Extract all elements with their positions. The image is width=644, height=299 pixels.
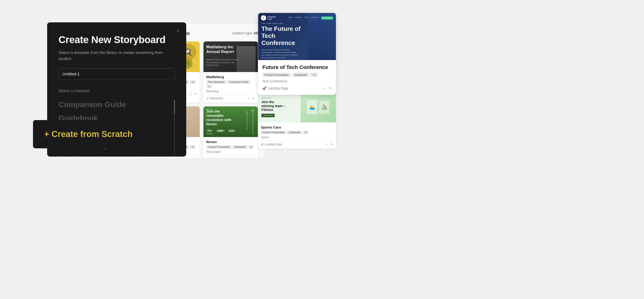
sports-headline: Join the winning team – Fitness. [262, 100, 287, 112]
sports-category: Sports [261, 136, 333, 139]
sports-tag-gb: Guidebook [287, 131, 302, 134]
nav-about: About [288, 16, 292, 19]
usecase-section-label: Select a Usecase [58, 88, 175, 93]
featured-edit-icon[interactable]: ✎ [329, 86, 332, 90]
footer-icons: ○ ✎ [190, 92, 197, 96]
sports-footer-icons: ○ ✎ [326, 142, 333, 146]
sports-page-icon: ⊞ [261, 143, 263, 146]
template-thumb-renev: Renev Join the renewable revolution with… [204, 106, 258, 137]
footer-icons-fashble: ○ ✎ [190, 157, 197, 158]
sports-footer: ⊞ Landing Page ○ ✎ [261, 141, 333, 146]
featured-footer-icons: ○ ✎ [324, 86, 332, 90]
sports-thumb: Sports Caro. Join the winning team – Fit… [258, 92, 336, 122]
featured-category: Tech Conference [262, 79, 332, 83]
tag-tech-newsletter: Tech Newsletter [206, 80, 226, 84]
renev-headline: Join the renewable revolution with Renev [206, 109, 237, 126]
hero-main-title: The Future of Tech Conference [262, 25, 306, 47]
nav-links: About Speakers FAQs Contact Us REGISTER [288, 16, 333, 19]
template-info-renev: Renev Product Presentation Guidebook +2 … [204, 137, 258, 158]
sports-cta: JOIN NOW [262, 114, 274, 117]
template-name-mattleberg: Mattleberg [206, 75, 255, 79]
panel-title: Create New Storyboard [58, 34, 175, 45]
featured-card-footer: 🚀 Landing Page ○ ✎ [262, 86, 332, 90]
sports-preview-icon[interactable]: ○ [326, 142, 328, 146]
edit-icon[interactable]: ✎ [194, 92, 197, 96]
page-type-label-fashble: Landing Page [152, 157, 169, 158]
template-tags-renev: Product Presentation Guidebook +2 [206, 145, 255, 149]
template-footer-matt: ◎ Interactive ○ ✎ [206, 95, 255, 100]
featured-preview-icon[interactable]: ○ [324, 86, 326, 90]
usecase-item-tech[interactable]: Tech Newsletter [58, 152, 172, 157]
template-card-sports-caro[interactable]: Sports Caro. Join the winning team – Fit… [258, 92, 336, 149]
sports-card-tags: Product Presentation Guidebook +2 [261, 131, 333, 134]
hero-subtitle: Join a Unique Groups of Futurists, techn… [262, 48, 299, 59]
tag-gb-renev: Guidebook [232, 145, 247, 149]
preview-icon-matt[interactable]: ○ [248, 96, 250, 100]
page-type-label-matt: Interactive [210, 97, 223, 100]
create-from-scratch-button[interactable]: + Create from Scratch [33, 120, 144, 148]
landing-icon-renev: ⊞ [206, 157, 208, 158]
sports-card-name: Sports Caro [261, 125, 333, 129]
sports-edit-icon[interactable]: ✎ [330, 142, 333, 146]
featured-card-tags: Product Presentation Guidebook +2 [262, 73, 332, 77]
company-logo: C CompanyLogo [261, 15, 276, 20]
template-thumb-mattleberg: Mattleberg IncAnnual Report Against All … [204, 41, 258, 72]
sports-tag-plus: +2 [303, 131, 308, 134]
sports-brand: Sports Caro. [262, 97, 287, 99]
page-type-renev: ⊞ Landing Page [206, 157, 227, 158]
featured-thumb: C CompanyLogo About Speakers FAQs Contac… [258, 13, 336, 60]
sports-tag-pp: Product Presentation [261, 131, 286, 134]
sports-page-type: ⊞ Landing Page [261, 143, 282, 146]
page-type-fashble: ⊞ Landing Page [148, 157, 169, 158]
nav-faqs: FAQs [304, 16, 308, 19]
rocket-icon: 🚀 [262, 86, 266, 90]
template-card-renev[interactable]: Renev Join the renewable revolution with… [204, 106, 258, 158]
footer-icons-matt: ○ ✎ [248, 96, 255, 100]
footer-icons-renev: ○ ✎ [248, 157, 255, 158]
edit-icon-matt[interactable]: ✎ [252, 96, 255, 100]
tag-plus-renev: +2 [248, 145, 254, 149]
sports-card-info: Sports Caro Product Presentation Guidebo… [258, 122, 336, 149]
right-tag-pp: Product Presentation [262, 73, 291, 77]
hero-date: 20th / 22nd October, 2025 [262, 22, 306, 24]
tag-plus-fashble: +2 [190, 145, 196, 149]
right-tag-plus: +2 [310, 73, 318, 77]
template-card-mattleberg[interactable]: Mattleberg IncAnnual Report Against All … [204, 41, 258, 103]
tag-plus-matt: +1 [206, 85, 212, 88]
sports-image-area: 🏊 🚴 [300, 92, 336, 122]
category-matt: Marketing [206, 90, 255, 93]
usecase-item-comparison[interactable]: Comparison Guide [58, 98, 172, 112]
storyboard-name-input[interactable] [58, 68, 175, 80]
create-scratch-label: + Create from Scratch [44, 129, 132, 139]
featured-card-title: Future of Tech Conference [262, 64, 332, 70]
scroll-thumb [174, 100, 175, 114]
landing-icon-fashble: ⊞ [148, 157, 150, 158]
right-tag-gb: Guidebook [292, 73, 309, 77]
scroll-track[interactable] [174, 100, 175, 157]
tag-comparison-guide: Comparison Guide [227, 80, 250, 84]
sports-page-label: Landing Page [264, 143, 282, 146]
edit-icon-fashble[interactable]: ✎ [194, 157, 197, 158]
tag-plus: +2 [190, 80, 196, 84]
panel-subtitle: Select a template from the library or cr… [58, 50, 175, 62]
page-type-label-renev: Landing Page [210, 157, 227, 158]
page-type-matt: ◎ Interactive [206, 97, 223, 100]
edit-icon-renev[interactable]: ✎ [252, 157, 255, 158]
register-button-small[interactable]: REGISTER [321, 16, 333, 19]
featured-template-card[interactable]: C CompanyLogo About Speakers FAQs Contac… [258, 13, 336, 95]
featured-page-type-label: Landing Page [268, 86, 288, 90]
template-info-mattleberg: Mattleberg Tech Newsletter Comparison Gu… [204, 72, 258, 103]
preview-icon[interactable]: ○ [190, 92, 192, 96]
card-header-nav: C CompanyLogo About Speakers FAQs Contac… [258, 13, 336, 23]
sports-text: Sports Caro. Join the winning team – Fit… [258, 94, 291, 121]
tag-pp-renev: Product Presentation [206, 145, 232, 149]
featured-card-body: Future of Tech Conference Product Presen… [258, 60, 336, 95]
content-type-filter[interactable]: Content Type: All [232, 31, 258, 35]
preview-icon-fashble[interactable]: ○ [190, 157, 192, 158]
close-button[interactable]: × [174, 27, 181, 34]
preview-icon-renev[interactable]: ○ [248, 157, 250, 158]
mattleberg-thumb-text: Mattleberg IncAnnual Report [206, 45, 234, 54]
featured-page-type: 🚀 Landing Page [262, 86, 288, 90]
template-tags-mattleberg: Tech Newsletter Comparison Guide +1 [206, 80, 255, 88]
hero-text: 20th / 22nd October, 2025 The Future of … [262, 22, 306, 60]
